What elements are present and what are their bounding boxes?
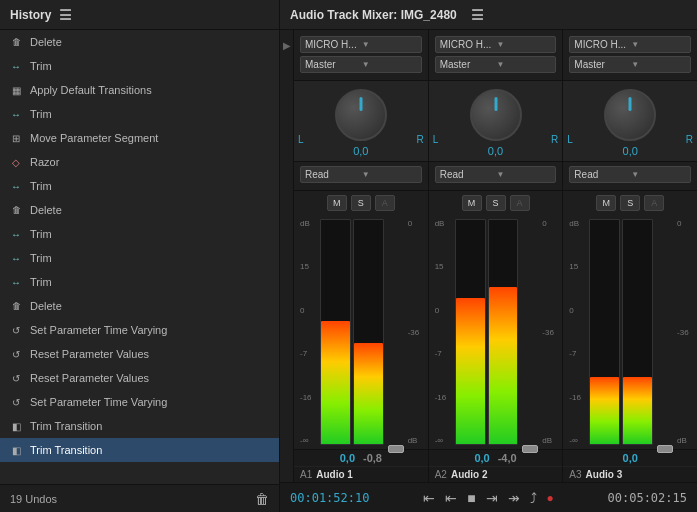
mixer-collapse-arrow[interactable]: ▶ [280,30,294,482]
step-fwd-button[interactable]: ⇥ [484,488,500,508]
mixer-title-text: Audio Track Mixer: IMG_2480 [290,8,457,22]
volume-knob-A3[interactable] [604,89,656,141]
history-item[interactable]: Apply Default Transitions [0,78,279,102]
device-dropdown-A1[interactable]: MICRO H... ▼ [300,36,422,53]
meter-bars-A2 [455,219,541,445]
meter-fill-right-A2 [489,287,518,444]
history-item-label: Delete [30,204,62,216]
device-name-A3: MICRO H... [574,39,629,50]
step-back-button[interactable]: ⇤ [443,488,459,508]
export-button[interactable]: ⤴ [528,488,539,508]
read-section-A2: Read ▼ [429,161,563,191]
fader-thumb-A1[interactable] [388,445,404,453]
channel-footer-A2: 0,0 -4,0 A2 Audio 2 [429,449,563,482]
history-item[interactable]: Trim [0,270,279,294]
routing-dropdown-A2[interactable]: Master ▼ [435,56,557,73]
meter-area-A2: dB 15 0 -7 -16 -∞ [429,215,563,449]
channel-val-left-A2: 0,0 [474,452,489,464]
history-item-label: Trim [30,276,52,288]
history-item-icon [8,418,24,434]
history-item-label: Razor [30,156,59,168]
channel-name-A3: Audio 3 [586,469,623,480]
read-dropdown-A1[interactable]: Read ▼ [300,166,422,183]
history-panel-title: History ☰ [0,0,280,29]
knob-area-A2: L R [429,81,563,145]
routing-dropdown-A3[interactable]: Master ▼ [569,56,691,73]
knob-r-label-A3: R [686,134,693,145]
channel-id-A2: A2 [435,469,447,480]
meter-fill-right-A3 [623,377,652,444]
mixer-panel: ▶ MICRO H... ▼ Master ▼ L R 0,0 Read ▼ [280,30,697,512]
stop-button[interactable]: ■ [465,488,477,508]
arm-button-A2[interactable]: A [510,195,530,211]
history-item[interactable]: Trim Transition [0,438,279,462]
clear-history-button[interactable]: 🗑 [255,491,269,507]
channel-top-A2: MICRO H... ▼ Master ▼ [429,30,563,81]
device-dropdown-A3[interactable]: MICRO H... ▼ [569,36,691,53]
history-item-label: Delete [30,36,62,48]
history-item-label: Reset Parameter Values [30,372,149,384]
channel-val-right-A1: -0,8 [363,452,382,464]
channel-label-row-A1: A1 Audio 1 [294,466,428,482]
meter-bar-left-A2 [455,219,486,445]
time-in-display: 00:01:52:10 [290,491,370,505]
knob-value-A3: 0,0 [563,145,697,161]
history-item[interactable]: Set Parameter Time Varying [0,318,279,342]
channel-values-A3: 0,0 [563,450,697,466]
history-item-icon [8,346,24,362]
routing-name-A2: Master [440,59,495,70]
history-item[interactable]: Trim [0,102,279,126]
history-item[interactable]: Delete [0,294,279,318]
history-item[interactable]: Trim [0,246,279,270]
read-dropdown-A3[interactable]: Read ▼ [569,166,691,183]
routing-arrow-A1: ▼ [362,60,417,69]
history-item[interactable]: Reset Parameter Values [0,342,279,366]
mute-button-A3[interactable]: M [596,195,616,211]
history-item-icon [8,34,24,50]
solo-button-A3[interactable]: S [620,195,640,211]
fader-thumb-A3[interactable] [657,445,673,453]
meter-bar-left-A3 [589,219,620,445]
solo-button-A2[interactable]: S [486,195,506,211]
solo-button-A1[interactable]: S [351,195,371,211]
mute-button-A1[interactable]: M [327,195,347,211]
knob-r-label-A2: R [551,134,558,145]
read-arrow-A1: ▼ [362,170,417,179]
mixer-menu-icon[interactable]: ☰ [471,7,484,23]
history-item-label: Trim [30,60,52,72]
knob-l-label-A2: L [433,134,439,145]
history-item[interactable]: Delete [0,198,279,222]
history-item[interactable]: Trim [0,54,279,78]
history-item[interactable]: Trim [0,174,279,198]
history-item[interactable]: Set Parameter Time Varying [0,390,279,414]
arm-button-A3[interactable]: A [644,195,664,211]
history-item-label: Reset Parameter Values [30,348,149,360]
arm-button-A1[interactable]: A [375,195,395,211]
collapse-icon: ▶ [283,40,291,51]
history-item[interactable]: Razor [0,150,279,174]
history-item[interactable]: Trim Transition [0,414,279,438]
read-section-A1: Read ▼ [294,161,428,191]
history-item[interactable]: Trim [0,222,279,246]
history-menu-icon[interactable]: ☰ [59,7,72,23]
device-dropdown-A2[interactable]: MICRO H... ▼ [435,36,557,53]
history-item[interactable]: Delete [0,30,279,54]
goto-in-button[interactable]: ⇤ [421,488,437,508]
history-item-label: Trim [30,108,52,120]
channel-label-row-A3: A3 Audio 3 [563,466,697,482]
history-item-label: Set Parameter Time Varying [30,324,167,336]
history-item-label: Move Parameter Segment [30,132,158,144]
record-button[interactable]: ● [545,489,556,507]
volume-knob-A1[interactable] [335,89,387,141]
history-item[interactable]: Reset Parameter Values [0,366,279,390]
routing-arrow-A2: ▼ [497,60,552,69]
history-item[interactable]: Move Parameter Segment [0,126,279,150]
read-dropdown-A2[interactable]: Read ▼ [435,166,557,183]
routing-dropdown-A1[interactable]: Master ▼ [300,56,422,73]
goto-out-button[interactable]: ↠ [506,488,522,508]
channel-A3: MICRO H... ▼ Master ▼ L R 0,0 Read ▼ M S… [563,30,697,482]
fader-thumb-A2[interactable] [522,445,538,453]
mute-button-A2[interactable]: M [462,195,482,211]
channel-values-A2: 0,0 -4,0 [429,450,563,466]
volume-knob-A2[interactable] [470,89,522,141]
